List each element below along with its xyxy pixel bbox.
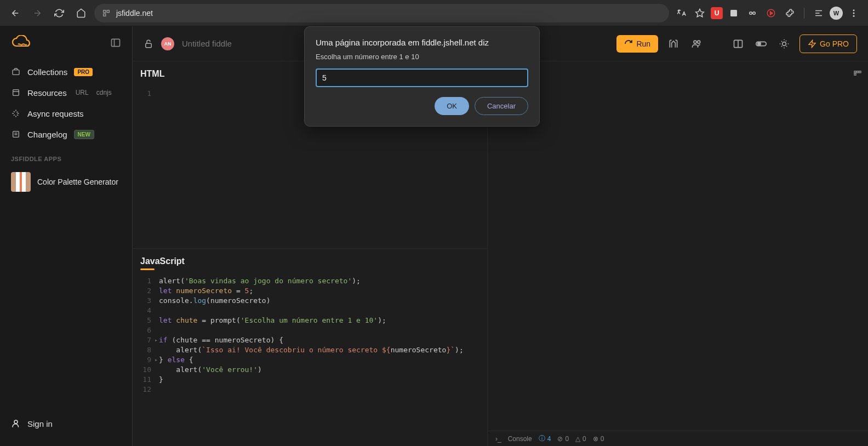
- svg-point-6: [753, 12, 756, 14]
- async-icon: [11, 108, 21, 118]
- svg-rect-30: [857, 71, 859, 73]
- layout-icon[interactable]: [730, 36, 746, 52]
- sidebar: Collections PRO Resources URL cdnjs Asyn…: [0, 26, 132, 446]
- resources-url-link[interactable]: URL: [76, 89, 89, 96]
- sidebar-app-label: Color Palette Generator: [37, 178, 118, 186]
- site-settings-icon[interactable]: [102, 9, 111, 18]
- fiddle-title[interactable]: Untitled fiddle: [182, 39, 232, 48]
- back-icon[interactable]: [7, 4, 24, 22]
- jsfiddle-logo[interactable]: [11, 35, 31, 50]
- sidebar-item-changelog[interactable]: Changelog NEW: [0, 124, 132, 145]
- url-text: jsfiddle.net: [116, 9, 153, 18]
- svg-rect-31: [859, 71, 861, 73]
- run-button[interactable]: Run: [616, 35, 658, 53]
- profile-avatar[interactable]: W: [830, 7, 843, 20]
- prompt-title: Uma página incorporada em fiddle.jshell.…: [316, 38, 528, 47]
- new-badge: NEW: [74, 130, 94, 139]
- js-prompt-dialog: Uma página incorporada em fiddle.jshell.…: [304, 26, 540, 127]
- html-pane-label: HTML: [140, 69, 164, 79]
- svg-point-10: [853, 12, 855, 14]
- svg-marker-8: [770, 12, 773, 15]
- console-bar[interactable]: ›_ Console ⓘ 4 ⊘ 0 △ 0 ⊗ 0: [488, 431, 868, 446]
- collaborate-icon[interactable]: [689, 36, 704, 52]
- svg-point-27: [783, 42, 786, 45]
- console-other-count: ⊗ 0: [593, 435, 604, 443]
- svg-marker-3: [696, 9, 704, 16]
- console-label: Console: [508, 435, 532, 443]
- toggle-icon[interactable]: [753, 36, 769, 52]
- media-control-icon[interactable]: [811, 5, 826, 21]
- svg-point-22: [698, 41, 700, 43]
- svg-rect-4: [730, 10, 737, 16]
- sidebar-item-collections[interactable]: Collections PRO: [0, 61, 132, 82]
- divider: [804, 8, 804, 19]
- signin-label: Sign in: [27, 419, 53, 428]
- forward-icon[interactable]: [28, 4, 46, 22]
- js-pane-label: JavaScript: [140, 256, 185, 270]
- sidebar-app-color-palette[interactable]: Color Palette Generator: [0, 168, 132, 196]
- sidebar-item-label: Changelog: [27, 130, 67, 139]
- svg-rect-2: [104, 14, 106, 16]
- extension-icon-3[interactable]: [763, 5, 779, 21]
- svg-rect-14: [13, 70, 19, 75]
- url-bar[interactable]: jsfiddle.net: [94, 4, 669, 22]
- browser-chrome: jsfiddle.net U W: [0, 0, 868, 26]
- bookmark-star-icon[interactable]: [692, 5, 707, 21]
- resources-icon: [11, 88, 21, 98]
- sidebar-toggle-icon[interactable]: [110, 37, 121, 48]
- changelog-icon: [11, 129, 21, 139]
- translate-icon[interactable]: [673, 5, 689, 21]
- prompt-message: Escolha um número entre 1 e 10: [316, 53, 528, 61]
- prompt-cancel-button[interactable]: Cancelar: [475, 97, 528, 115]
- ublock-extension-icon[interactable]: U: [711, 7, 723, 19]
- gopro-button[interactable]: Go PRO: [800, 35, 857, 53]
- js-pane[interactable]: JavaScript 1alert('Boas vindas ao jogo d…: [133, 249, 487, 446]
- svg-rect-12: [112, 39, 120, 46]
- reload-icon[interactable]: [50, 4, 68, 22]
- svg-rect-29: [854, 71, 856, 73]
- svg-point-19: [14, 420, 18, 424]
- sidebar-item-label: Collections: [27, 67, 67, 77]
- sidebar-item-async[interactable]: Async requests: [0, 103, 132, 124]
- result-pane: ›_ Console ⓘ 4 ⊘ 0 △ 0 ⊗ 0: [488, 61, 868, 446]
- sidebar-heading: JSFIDDLE APPS: [0, 145, 132, 168]
- chrome-menu-icon[interactable]: [846, 5, 861, 21]
- user-avatar[interactable]: AN: [161, 37, 174, 50]
- svg-marker-28: [809, 40, 815, 47]
- svg-rect-0: [104, 10, 106, 12]
- console-err-count: △ 0: [575, 435, 586, 443]
- console-info-count: ⓘ 4: [539, 434, 551, 443]
- theme-icon[interactable]: [776, 36, 792, 52]
- svg-rect-1: [107, 10, 109, 12]
- js-editor[interactable]: 1alert('Boas vindas ao jogo do número se…: [133, 276, 487, 446]
- svg-point-11: [853, 15, 855, 16]
- extension-icon-2[interactable]: [745, 5, 760, 21]
- extension-icon-1[interactable]: [726, 5, 741, 21]
- result-settings-icon[interactable]: [853, 69, 863, 79]
- svg-rect-32: [854, 73, 856, 75]
- prompt-ok-button[interactable]: OK: [435, 97, 469, 115]
- console-chevron-icon: ›_: [495, 435, 501, 443]
- svg-rect-20: [146, 43, 152, 48]
- svg-rect-15: [13, 90, 19, 96]
- gopro-label: Go PRO: [820, 39, 849, 48]
- pro-badge: PRO: [74, 68, 93, 76]
- svg-point-5: [750, 12, 752, 14]
- privacy-lock-icon[interactable]: [144, 39, 153, 49]
- color-palette-app-icon: [11, 172, 31, 192]
- sidebar-item-label: Resources: [27, 88, 67, 98]
- sidebar-item-label: Async requests: [27, 109, 84, 118]
- home-icon[interactable]: [72, 4, 90, 22]
- svg-point-21: [694, 41, 696, 43]
- sidebar-item-resources[interactable]: Resources URL cdnjs: [0, 82, 132, 103]
- signin-button[interactable]: Sign in: [0, 410, 132, 437]
- collections-icon: [11, 67, 21, 77]
- run-label: Run: [636, 39, 650, 48]
- resources-cdnjs-link[interactable]: cdnjs: [96, 89, 112, 96]
- prompt-input[interactable]: [316, 68, 528, 87]
- extensions-menu-icon[interactable]: [782, 5, 797, 21]
- save-icon[interactable]: [666, 36, 681, 52]
- signin-icon: [11, 419, 21, 428]
- svg-point-9: [853, 9, 855, 11]
- svg-point-26: [758, 42, 761, 45]
